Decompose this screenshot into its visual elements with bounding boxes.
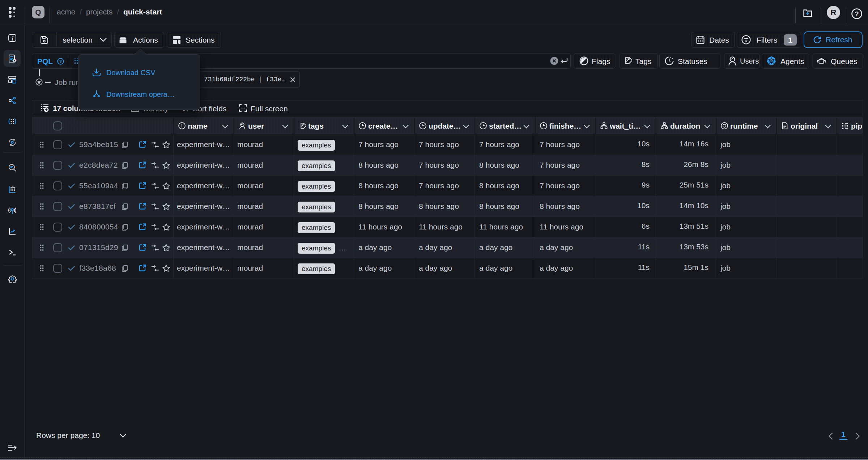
svg-text:i: i: [12, 35, 13, 42]
svg-text:?: ?: [855, 10, 859, 18]
svg-text:?: ?: [59, 59, 62, 64]
